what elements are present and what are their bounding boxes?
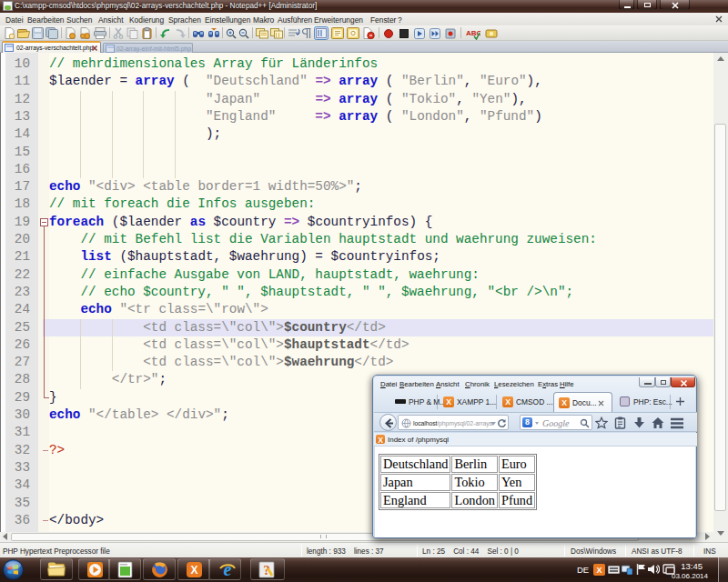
svg-text:X: X xyxy=(596,566,602,575)
svg-text:e: e xyxy=(224,560,232,579)
svg-text:X: X xyxy=(190,564,197,577)
